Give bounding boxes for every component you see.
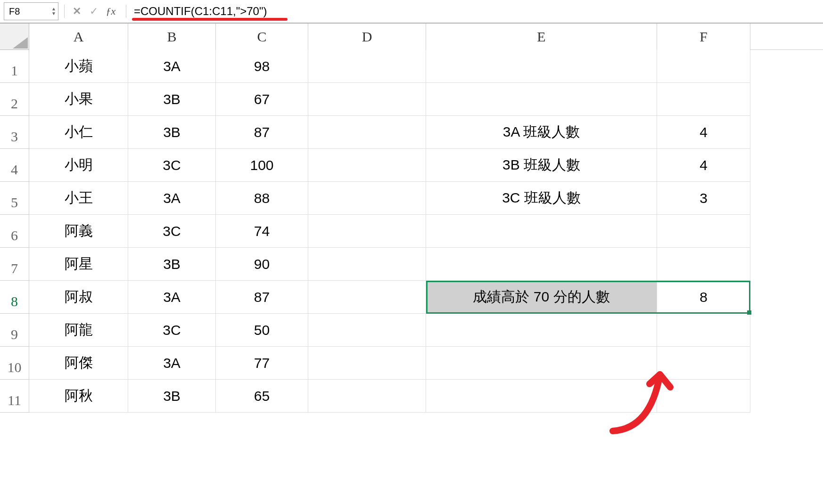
- row-header[interactable]: 8: [0, 281, 29, 314]
- cell-B9[interactable]: 3C: [128, 314, 216, 347]
- cell-A9[interactable]: 阿龍: [29, 314, 128, 347]
- stepper-down-icon[interactable]: ▼: [51, 11, 56, 16]
- row-header[interactable]: 3: [0, 116, 29, 149]
- cell-C2[interactable]: 67: [216, 83, 308, 116]
- cell-A7[interactable]: 阿星: [29, 248, 128, 281]
- formula-input[interactable]: =COUNTIF(C1:C11,">70"): [132, 3, 819, 20]
- cell-B4[interactable]: 3C: [128, 149, 216, 182]
- spreadsheet-grid: A B C D E F 1小蘋3A982小果3B673小仁3B873A 班級人數…: [0, 24, 823, 413]
- cell-D4[interactable]: [308, 149, 426, 182]
- cell-C5[interactable]: 88: [216, 182, 308, 215]
- cell-C9[interactable]: 50: [216, 314, 308, 347]
- row-header[interactable]: 9: [0, 314, 29, 347]
- cell-E11[interactable]: [426, 380, 657, 413]
- row-header[interactable]: 4: [0, 149, 29, 182]
- cell-E5[interactable]: 3C 班級人數: [426, 182, 657, 215]
- cell-D9[interactable]: [308, 314, 426, 347]
- cell-B11[interactable]: 3B: [128, 380, 216, 413]
- cell-D1[interactable]: [308, 50, 426, 83]
- cell-C7[interactable]: 90: [216, 248, 308, 281]
- cell-A8[interactable]: 阿叔: [29, 281, 128, 314]
- cell-E10[interactable]: [426, 347, 657, 380]
- cell-F9[interactable]: [657, 314, 750, 347]
- cell-E8[interactable]: 成績高於 70 分的人數: [426, 281, 657, 314]
- cell-B10[interactable]: 3A: [128, 347, 216, 380]
- row-header[interactable]: 5: [0, 182, 29, 215]
- col-header-F[interactable]: F: [657, 24, 750, 50]
- cell-D10[interactable]: [308, 347, 426, 380]
- cell-B7[interactable]: 3B: [128, 248, 216, 281]
- cell-F8[interactable]: 8: [657, 281, 750, 314]
- confirm-icon[interactable]: ✓: [87, 5, 100, 18]
- cell-B1[interactable]: 3A: [128, 50, 216, 83]
- cell-F1[interactable]: [657, 50, 750, 83]
- col-header-D[interactable]: D: [308, 24, 426, 50]
- row: 1小蘋3A98: [0, 50, 823, 83]
- row: 11阿秋3B65: [0, 380, 823, 413]
- cell-F4[interactable]: 4: [657, 149, 750, 182]
- row: 3小仁3B873A 班級人數4: [0, 116, 823, 149]
- row-header[interactable]: 1: [0, 50, 29, 83]
- cell-F7[interactable]: [657, 248, 750, 281]
- cell-F2[interactable]: [657, 83, 750, 116]
- cell-A11[interactable]: 阿秋: [29, 380, 128, 413]
- cell-B6[interactable]: 3C: [128, 215, 216, 248]
- cell-E2[interactable]: [426, 83, 657, 116]
- col-header-A[interactable]: A: [29, 24, 128, 50]
- cell-A6[interactable]: 阿義: [29, 215, 128, 248]
- cell-B8[interactable]: 3A: [128, 281, 216, 314]
- row: 4小明3C1003B 班級人數4: [0, 149, 823, 182]
- cell-D7[interactable]: [308, 248, 426, 281]
- cell-F5[interactable]: 3: [657, 182, 750, 215]
- row: 9阿龍3C50: [0, 314, 823, 347]
- row-header[interactable]: 2: [0, 83, 29, 116]
- cell-F11[interactable]: [657, 380, 750, 413]
- cell-C8[interactable]: 87: [216, 281, 308, 314]
- col-header-C[interactable]: C: [216, 24, 308, 50]
- cell-E7[interactable]: [426, 248, 657, 281]
- cell-C4[interactable]: 100: [216, 149, 308, 182]
- cell-C11[interactable]: 65: [216, 380, 308, 413]
- cell-A2[interactable]: 小果: [29, 83, 128, 116]
- cell-B5[interactable]: 3A: [128, 182, 216, 215]
- row-header[interactable]: 6: [0, 215, 29, 248]
- cell-D8[interactable]: [308, 281, 426, 314]
- formula-text: =COUNTIF(C1:C11,">70"): [132, 5, 267, 18]
- cell-E9[interactable]: [426, 314, 657, 347]
- cell-C10[interactable]: 77: [216, 347, 308, 380]
- cell-A1[interactable]: 小蘋: [29, 50, 128, 83]
- cell-E3[interactable]: 3A 班級人數: [426, 116, 657, 149]
- name-box-stepper[interactable]: ▲ ▼: [51, 7, 56, 16]
- name-box[interactable]: F8 ▲ ▼: [4, 2, 58, 20]
- cell-C1[interactable]: 98: [216, 50, 308, 83]
- fx-icon[interactable]: ƒx: [104, 5, 117, 18]
- cell-D2[interactable]: [308, 83, 426, 116]
- cell-A10[interactable]: 阿傑: [29, 347, 128, 380]
- row-header[interactable]: 7: [0, 248, 29, 281]
- cell-D6[interactable]: [308, 215, 426, 248]
- cell-A5[interactable]: 小王: [29, 182, 128, 215]
- cell-A4[interactable]: 小明: [29, 149, 128, 182]
- cell-F6[interactable]: [657, 215, 750, 248]
- col-header-B[interactable]: B: [128, 24, 216, 50]
- row-header[interactable]: 10: [0, 347, 29, 380]
- cell-B2[interactable]: 3B: [128, 83, 216, 116]
- column-headers: A B C D E F: [0, 24, 823, 50]
- cell-F3[interactable]: 4: [657, 116, 750, 149]
- cell-D5[interactable]: [308, 182, 426, 215]
- cell-A3[interactable]: 小仁: [29, 116, 128, 149]
- cell-E6[interactable]: [426, 215, 657, 248]
- cell-E4[interactable]: 3B 班級人數: [426, 149, 657, 182]
- cell-C6[interactable]: 74: [216, 215, 308, 248]
- cell-D3[interactable]: [308, 116, 426, 149]
- row-header[interactable]: 11: [0, 380, 29, 413]
- cell-E1[interactable]: [426, 50, 657, 83]
- row: 6阿義3C74: [0, 215, 823, 248]
- cell-F10[interactable]: [657, 347, 750, 380]
- cell-B3[interactable]: 3B: [128, 116, 216, 149]
- select-all-corner[interactable]: [0, 24, 29, 50]
- cell-D11[interactable]: [308, 380, 426, 413]
- col-header-E[interactable]: E: [426, 24, 657, 50]
- cell-C3[interactable]: 87: [216, 116, 308, 149]
- cancel-icon[interactable]: ✕: [70, 5, 83, 18]
